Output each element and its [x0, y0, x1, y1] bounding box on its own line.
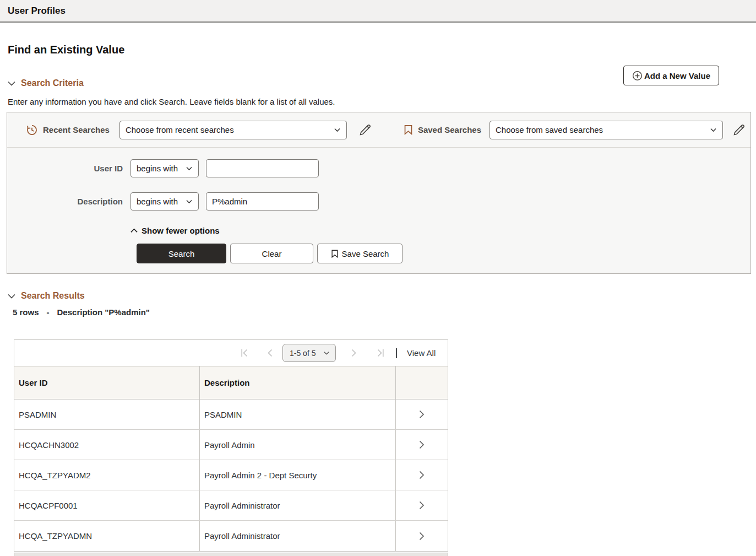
cell-description: PSADMIN [200, 400, 396, 429]
grid-footer-strip [14, 553, 448, 556]
search-instructions: Enter any information you have and click… [8, 97, 748, 106]
saved-searches-label: Saved Searches [418, 125, 481, 134]
bookmark-icon [331, 249, 339, 258]
cell-user-id: HCQACHN3002 [14, 430, 200, 460]
page-range-select[interactable]: 1-5 of 5 [282, 344, 336, 362]
user-id-input[interactable] [206, 159, 319, 177]
chevron-right-icon [419, 440, 425, 449]
search-results-toggle[interactable]: Search Results [8, 291, 756, 301]
description-field-row: Description begins with [7, 192, 750, 210]
chevron-right-icon [419, 410, 425, 419]
clear-button[interactable]: Clear [230, 244, 313, 263]
description-label: Description [7, 197, 130, 206]
results-table-header: User ID Description [14, 366, 448, 400]
save-search-label: Save Search [342, 249, 389, 258]
pagination-separator [396, 348, 397, 358]
next-page-button[interactable] [351, 348, 357, 358]
column-header-user-id: User ID [14, 366, 200, 399]
user-id-operator-wrap: begins with [130, 159, 199, 177]
pencil-icon [358, 123, 372, 137]
results-summary: 5 rows - Description "P%admin" [13, 307, 756, 317]
table-row[interactable]: HCQA_TZPYADM2 Payroll Admin 2 - Dept Sec… [14, 460, 448, 490]
results-grid: 1-5 of 5 View All User ID Description [14, 339, 448, 552]
next-page-icon [351, 348, 357, 358]
saved-searches-select-wrap: Choose from saved searches [490, 121, 723, 139]
pagination-bar: 1-5 of 5 View All [14, 340, 448, 366]
page-header: User Profiles [0, 0, 756, 23]
find-existing-value-heading: Find an Existing Value [8, 44, 748, 56]
show-fewer-options-toggle[interactable]: Show fewer options [130, 226, 220, 235]
table-row[interactable]: HCQA_TZPYADMN Payroll Administrator [14, 521, 448, 551]
chevron-right-icon [419, 501, 425, 510]
plus-circle-icon [632, 71, 643, 81]
main-content: Find an Existing Value Add a New Value S… [0, 44, 756, 556]
row-chevron-button[interactable] [419, 532, 425, 541]
recent-searches-edit-button[interactable] [358, 123, 372, 137]
user-id-field-row: User ID begins with [7, 159, 750, 177]
cell-user-id: PSADMIN [14, 400, 200, 429]
table-row[interactable]: PSADMIN PSADMIN [14, 400, 448, 430]
recent-searches-label: Recent Searches [43, 125, 110, 134]
add-new-value-button[interactable]: Add a New Value [623, 66, 719, 85]
filter-summary: Description "P%admin" [57, 307, 150, 317]
heading-row: Find an Existing Value [8, 44, 748, 63]
cell-description: Payroll Admin 2 - Dept Securty [200, 460, 396, 490]
bookmark-icon [404, 125, 413, 135]
add-new-value-label: Add a New Value [644, 71, 710, 80]
chevron-up-icon [130, 228, 138, 233]
first-page-button[interactable] [240, 348, 248, 358]
chevron-down-icon [8, 294, 15, 299]
column-header-description: Description [200, 366, 396, 399]
pencil-icon [732, 123, 746, 137]
recent-searches-select[interactable]: Choose from recent searches [119, 121, 347, 139]
recent-searches-select-wrap: Choose from recent searches [119, 121, 347, 139]
prev-page-button[interactable] [267, 348, 273, 358]
row-chevron-button[interactable] [419, 501, 425, 510]
first-page-icon [240, 348, 248, 358]
column-header-actions [396, 366, 447, 399]
saved-searches-select[interactable]: Choose from saved searches [490, 121, 723, 139]
page-range-select-wrap: 1-5 of 5 [282, 344, 336, 362]
history-icon [26, 124, 38, 136]
cell-description: Payroll Admin [200, 430, 396, 460]
cell-user-id: HCQA_TZPYADMN [14, 521, 200, 551]
summary-separator: - [47, 307, 50, 317]
chevron-down-icon [8, 81, 15, 86]
row-chevron-button[interactable] [419, 440, 425, 449]
search-actions: Search Clear Save Search [137, 244, 750, 263]
chevron-right-icon [419, 532, 425, 541]
search-criteria-panel: Recent Searches Choose from recent searc… [7, 112, 751, 274]
page-title: User Profiles [8, 6, 66, 17]
prev-page-icon [267, 348, 273, 358]
cell-description: Payroll Administrator [200, 521, 396, 551]
view-all-link[interactable]: View All [407, 348, 436, 358]
saved-recent-searches-bar: Recent Searches Choose from recent searc… [7, 112, 750, 148]
table-row[interactable]: HCQACHN3002 Payroll Admin [14, 430, 448, 460]
description-input[interactable] [206, 192, 319, 210]
chevron-right-icon [419, 471, 425, 479]
description-operator-wrap: begins with [130, 192, 199, 210]
save-search-button[interactable]: Save Search [317, 244, 403, 263]
search-criteria-title: Search Criteria [21, 78, 84, 88]
cell-user-id: HCQA_TZPYADM2 [14, 460, 200, 490]
user-id-label: User ID [7, 164, 130, 173]
description-operator-select[interactable]: begins with [130, 192, 199, 210]
cell-user-id: HCQACPF0001 [14, 490, 200, 520]
last-page-icon [377, 348, 385, 358]
cell-description: Payroll Administrator [200, 490, 396, 520]
saved-searches-edit-button[interactable] [732, 123, 746, 137]
search-button[interactable]: Search [137, 244, 226, 263]
user-id-operator-select[interactable]: begins with [130, 159, 199, 177]
show-fewer-options-label: Show fewer options [142, 226, 220, 235]
search-results-title: Search Results [21, 291, 85, 301]
row-count: 5 rows [13, 307, 39, 317]
table-row[interactable]: HCQACPF0001 Payroll Administrator [14, 490, 448, 521]
row-chevron-button[interactable] [419, 471, 425, 479]
last-page-button[interactable] [377, 348, 385, 358]
search-fields: User ID begins with Description begins w… [7, 148, 750, 273]
row-chevron-button[interactable] [419, 410, 425, 419]
